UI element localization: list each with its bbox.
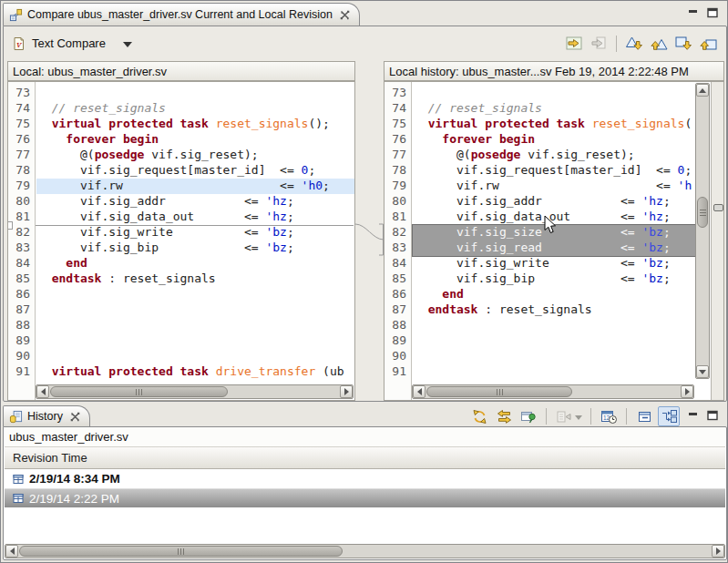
line-number: 79 xyxy=(8,179,35,194)
code-token: ; xyxy=(663,225,671,239)
code-line-91[interactable]: virtual protected task drive_transfer (u… xyxy=(36,364,355,380)
right-pane-header: Local history: ubus_master...sv Feb 19, … xyxy=(384,61,724,81)
scroll-thumb[interactable] xyxy=(50,386,228,397)
code-token: virtual protected task xyxy=(428,117,585,130)
left-code-area[interactable]: // reset_signals virtual protected task … xyxy=(36,82,355,400)
code-line-88[interactable] xyxy=(413,318,695,333)
code-line-73[interactable] xyxy=(413,86,695,101)
tab-compare-editor[interactable]: Compare ubus_master_driver.sv Current an… xyxy=(3,3,360,26)
code-line-84[interactable]: end xyxy=(36,256,355,271)
date-time-format-button[interactable]: 12 xyxy=(598,406,620,426)
refresh-button[interactable] xyxy=(468,406,490,426)
scroll-down-arrow[interactable] xyxy=(696,365,709,378)
code-line-77[interactable]: @(posedge vif.sig_reset); xyxy=(413,148,695,163)
code-line-84[interactable]: vif.sig_write <= 'bz; xyxy=(413,256,695,271)
line-number: 86 xyxy=(8,287,35,302)
code-token: @( xyxy=(414,148,471,161)
right-horizontal-scrollbar[interactable] xyxy=(412,384,694,399)
code-token: reset_signals xyxy=(216,117,309,130)
code-line-87[interactable] xyxy=(36,302,355,318)
left-horizontal-scrollbar[interactable] xyxy=(36,384,354,399)
code-line-80[interactable]: vif.sig_addr <= 'hz; xyxy=(413,194,695,210)
code-line-82[interactable]: vif.sig_write <= 'bz; xyxy=(36,225,355,241)
code-line-83[interactable]: vif.sig_read <= 'bz; xyxy=(413,241,695,256)
code-line-85[interactable]: endtask : reset_signals xyxy=(36,271,355,287)
previous-change-button[interactable] xyxy=(697,34,719,54)
code-line-89[interactable] xyxy=(36,333,355,349)
code-line-91[interactable] xyxy=(413,364,695,380)
minimize-icon[interactable] xyxy=(688,410,699,421)
maximize-icon[interactable] xyxy=(707,7,718,18)
scroll-right-arrow[interactable] xyxy=(712,545,724,558)
code-line-85[interactable]: vif.sig_bip <= 'bz; xyxy=(413,271,695,287)
code-line-78[interactable]: vif.sig_request[master_id] <= 0; xyxy=(413,163,695,179)
code-line-80[interactable]: vif.sig_addr <= 'hz; xyxy=(36,194,355,210)
code-line-77[interactable]: @(posedge vif.sig_reset); xyxy=(36,148,355,163)
compare-mode-button[interactable] xyxy=(553,406,584,426)
chevron-down-icon[interactable] xyxy=(575,415,582,420)
right-code-pane[interactable]: 73747576777879808182838485868788899091 /… xyxy=(384,81,724,401)
next-change-button[interactable] xyxy=(672,34,694,54)
right-vertical-scrollbar[interactable] xyxy=(695,83,710,379)
code-line-86[interactable]: end xyxy=(413,287,695,302)
scroll-left-arrow[interactable] xyxy=(413,385,426,398)
next-difference-button[interactable] xyxy=(623,34,645,54)
code-line-90[interactable] xyxy=(413,349,695,364)
code-line-74[interactable]: // reset_signals xyxy=(413,101,695,117)
revision-row[interactable]: 2/19/14 2:22 PM xyxy=(5,488,725,507)
code-line-83[interactable]: vif.sig_bip <= 'bz; xyxy=(36,241,355,256)
copy-current-right-to-left-button[interactable] xyxy=(588,34,610,54)
compare-mode-selector[interactable]: v Text Compare xyxy=(7,36,132,51)
code-line-88[interactable] xyxy=(36,318,355,333)
scroll-thumb[interactable] xyxy=(19,546,343,557)
code-line-81[interactable]: vif.sig_data_out <= 'hz; xyxy=(36,210,355,225)
code-line-75[interactable]: virtual protected task reset_signals( xyxy=(413,117,695,132)
code-line-87[interactable]: endtask : reset_signals xyxy=(413,302,695,318)
scroll-right-arrow[interactable] xyxy=(681,385,693,398)
maximize-icon[interactable] xyxy=(707,410,718,421)
revision-row[interactable]: 2/19/14 8:34 PM xyxy=(5,469,725,488)
line-number: 90 xyxy=(385,349,411,364)
line-number: 88 xyxy=(8,318,35,333)
copy-all-right-to-left-button[interactable] xyxy=(563,34,585,54)
left-code-pane[interactable]: 73747576777879808182838485868788899091 /… xyxy=(7,81,355,401)
scroll-left-arrow[interactable] xyxy=(36,385,49,398)
code-line-86[interactable] xyxy=(36,287,355,302)
pin-editor-button[interactable] xyxy=(518,406,539,426)
code-token: 'bz xyxy=(265,225,286,239)
code-token: vif.sig_write <= xyxy=(37,225,265,239)
previous-difference-button[interactable] xyxy=(648,34,670,54)
code-line-79[interactable]: vif.rw <= 'h xyxy=(413,179,695,194)
collapse-all-button[interactable] xyxy=(633,406,655,426)
diff-overview-marker[interactable] xyxy=(713,204,723,211)
code-line-74[interactable]: // reset_signals xyxy=(36,101,355,117)
code-line-76[interactable]: forever begin xyxy=(36,132,355,148)
close-icon[interactable] xyxy=(340,10,350,20)
close-icon[interactable] xyxy=(70,412,80,422)
link-with-editor-button[interactable] xyxy=(493,406,515,426)
overview-ruler[interactable] xyxy=(711,82,724,400)
code-line-76[interactable]: forever begin xyxy=(413,132,695,148)
code-line-75[interactable]: virtual protected task reset_signals(); xyxy=(36,117,355,132)
scroll-up-arrow[interactable] xyxy=(696,84,709,97)
compare-mode-icon xyxy=(556,409,573,425)
tab-history[interactable]: History xyxy=(3,405,90,426)
code-line-73[interactable] xyxy=(36,86,355,101)
code-line-79[interactable]: vif.rw <= 'h0; xyxy=(36,179,355,194)
scroll-thumb[interactable] xyxy=(426,386,572,397)
line-number: 74 xyxy=(8,101,35,117)
chevron-down-icon[interactable] xyxy=(123,42,132,47)
group-revisions-button[interactable] xyxy=(658,406,680,426)
history-horizontal-scrollbar[interactable] xyxy=(5,544,725,558)
code-token: 'h0 xyxy=(302,179,323,192)
code-line-90[interactable] xyxy=(36,349,355,364)
code-line-78[interactable]: vif.sig_request[master_id] <= 0; xyxy=(36,163,355,179)
scroll-left-arrow[interactable] xyxy=(5,545,18,558)
minimize-icon[interactable] xyxy=(688,7,699,18)
scroll-thumb[interactable] xyxy=(697,197,708,228)
revision-time-column-header[interactable]: Revision Time xyxy=(5,447,725,469)
code-line-89[interactable] xyxy=(413,333,695,349)
scroll-right-arrow[interactable] xyxy=(340,385,353,398)
column-header-label: Revision Time xyxy=(13,451,87,465)
right-code-area[interactable]: // reset_signals virtual protected task … xyxy=(413,82,695,400)
